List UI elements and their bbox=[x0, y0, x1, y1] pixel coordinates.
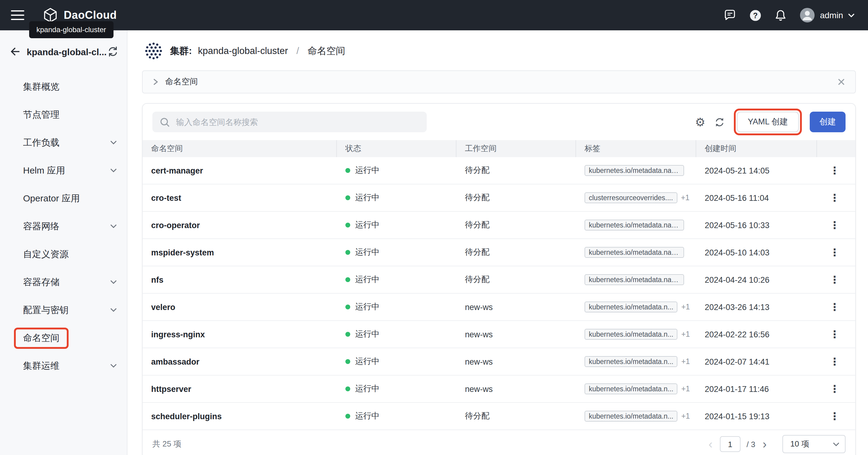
next-page-button[interactable]: › bbox=[762, 438, 768, 450]
row-actions-button[interactable]: ⋮ bbox=[827, 410, 842, 423]
row-actions-button[interactable]: ⋮ bbox=[827, 164, 842, 177]
refresh-button[interactable] bbox=[714, 117, 725, 127]
switch-cluster-icon[interactable] bbox=[107, 46, 118, 57]
namespace-name[interactable]: velero bbox=[151, 302, 176, 312]
table-row: velero 运行中 new-ws kubernetes.io/metadata… bbox=[143, 294, 855, 321]
workspace-text: new-ws bbox=[465, 302, 493, 312]
sidebar-item[interactable]: 配置与密钥 bbox=[0, 296, 127, 324]
chevron-right-icon bbox=[152, 78, 158, 86]
sidebar-item[interactable]: 集群概览 bbox=[0, 73, 127, 101]
sidebar-item[interactable]: 容器网络 bbox=[0, 212, 127, 240]
namespace-table-card: ⚙ YAML 创建 创建 bbox=[142, 103, 856, 455]
row-actions-button[interactable]: ⋮ bbox=[827, 383, 842, 395]
namespace-name[interactable]: nfs bbox=[151, 275, 163, 284]
row-actions-button[interactable]: ⋮ bbox=[827, 273, 842, 286]
workspace-text: 待分配 bbox=[465, 165, 490, 176]
row-actions-button[interactable]: ⋮ bbox=[827, 301, 842, 313]
page-size-select[interactable]: 10 项 bbox=[782, 435, 845, 453]
namespace-name[interactable]: scheduler-plugins bbox=[151, 412, 222, 421]
namespace-name[interactable]: httpserver bbox=[151, 384, 191, 393]
chevron-down-icon bbox=[110, 224, 117, 229]
create-button[interactable]: 创建 bbox=[810, 111, 845, 132]
sidebar-item[interactable]: 集群运维 bbox=[0, 352, 127, 380]
sidebar-item-label: 配置与密钥 bbox=[23, 304, 69, 316]
column-header-created: 创建时间 bbox=[696, 140, 817, 157]
page-input[interactable] bbox=[720, 436, 741, 452]
namespace-name[interactable]: cro-operator bbox=[151, 221, 200, 230]
sidebar-item-label: 集群概览 bbox=[23, 81, 60, 93]
chevron-down-icon bbox=[110, 307, 117, 313]
page-total: / 3 bbox=[747, 440, 755, 449]
sidebar-item-label: 节点管理 bbox=[23, 109, 60, 121]
created-time: 2024-01-15 19:13 bbox=[705, 412, 769, 421]
user-menu[interactable]: admin bbox=[799, 7, 855, 23]
label-extra: +1 bbox=[681, 385, 690, 393]
created-time: 2024-05-21 14:05 bbox=[705, 166, 769, 175]
label-chip: kubernetes.io/metadata.nam... bbox=[585, 220, 684, 231]
back-button[interactable] bbox=[10, 46, 21, 57]
cluster-name[interactable]: kpanda-global-cluster bbox=[198, 45, 288, 57]
sidebar-item[interactable]: 自定义资源 bbox=[0, 240, 127, 268]
sidebar-item[interactable]: 命名空间 bbox=[0, 324, 127, 352]
help-icon[interactable]: ? bbox=[749, 9, 762, 22]
namespace-name[interactable]: ambassador bbox=[151, 357, 199, 366]
created-time: 2024-01-17 11:46 bbox=[705, 384, 769, 393]
sidebar-item[interactable]: 工作负载 bbox=[0, 129, 127, 157]
status-text: 运行中 bbox=[355, 274, 380, 285]
row-actions-button[interactable]: ⋮ bbox=[827, 355, 842, 368]
table-row: nfs 运行中 待分配 kubernetes.io/metadata.nam..… bbox=[143, 266, 855, 294]
status-text: 运行中 bbox=[355, 411, 380, 422]
workspace-text: new-ws bbox=[465, 330, 493, 339]
label-extra: +1 bbox=[681, 412, 690, 420]
namespace-name[interactable]: mspider-system bbox=[151, 248, 214, 257]
namespace-name[interactable]: ingress-nginx bbox=[151, 330, 205, 339]
yaml-create-button[interactable]: YAML 创建 bbox=[737, 111, 799, 132]
username: admin bbox=[820, 10, 843, 20]
status-dot-icon bbox=[345, 386, 350, 391]
sidebar-item[interactable]: 容器存储 bbox=[0, 268, 127, 296]
namespace-name[interactable]: cert-manager bbox=[151, 166, 203, 175]
settings-gear-button[interactable]: ⚙ bbox=[695, 116, 705, 128]
chevron-down-icon bbox=[110, 363, 117, 368]
status-text: 运行中 bbox=[355, 192, 380, 203]
table-row: ambassador 运行中 new-ws kubernetes.io/meta… bbox=[143, 348, 855, 376]
brand-logo: DaoCloud bbox=[42, 7, 117, 23]
collapse-panel-header[interactable]: 命名空间 bbox=[142, 70, 856, 93]
table-row: cro-test 运行中 待分配 clusterresourceoverride… bbox=[143, 185, 855, 212]
workspace-text: new-ws bbox=[465, 357, 493, 366]
sidebar-item[interactable]: Helm 应用 bbox=[0, 157, 127, 185]
created-time: 2024-04-24 10:26 bbox=[705, 275, 769, 284]
row-actions-button[interactable]: ⋮ bbox=[827, 191, 842, 204]
notifications-bell-icon[interactable] bbox=[775, 9, 787, 22]
workspace-text: 待分配 bbox=[465, 192, 490, 203]
namespace-name[interactable]: cro-test bbox=[151, 193, 181, 202]
status-text: 运行中 bbox=[355, 301, 380, 313]
row-actions-button[interactable]: ⋮ bbox=[827, 246, 842, 259]
avatar bbox=[799, 7, 815, 23]
search-input[interactable] bbox=[175, 117, 420, 127]
status-text: 运行中 bbox=[355, 220, 380, 231]
tooltip: kpanda-global-cluster bbox=[29, 21, 113, 38]
chat-icon[interactable] bbox=[723, 9, 736, 21]
sidebar-item[interactable]: Operator 应用 bbox=[0, 185, 127, 212]
close-icon[interactable] bbox=[837, 78, 845, 86]
prev-page-button[interactable]: ‹ bbox=[707, 438, 714, 450]
hamburger-menu-button[interactable] bbox=[11, 10, 24, 20]
created-time: 2024-02-22 16:56 bbox=[705, 330, 769, 339]
label-chip: kubernetes.io/metadata.nam... bbox=[585, 247, 684, 258]
created-time: 2024-05-10 14:03 bbox=[705, 248, 769, 257]
label-chip: kubernetes.io/metadata.n... bbox=[585, 329, 678, 340]
status-dot-icon bbox=[345, 195, 350, 200]
sidebar-item-label: 自定义资源 bbox=[23, 249, 69, 260]
created-time: 2024-03-26 14:13 bbox=[705, 302, 769, 312]
row-actions-button[interactable]: ⋮ bbox=[827, 219, 842, 231]
label-chip: kubernetes.io/metadata.n... bbox=[585, 356, 678, 367]
row-actions-button[interactable]: ⋮ bbox=[827, 328, 842, 340]
table-header: 命名空间 状态 工作空间 标签 创建时间 bbox=[143, 140, 855, 157]
table-row: cert-manager 运行中 待分配 kubernetes.io/metad… bbox=[143, 157, 855, 185]
label-chip: kubernetes.io/metadata.n... bbox=[585, 411, 678, 422]
search-box bbox=[152, 111, 427, 132]
topbar-actions: ? admin bbox=[723, 7, 855, 23]
topbar: DaoCloud ? admin bbox=[0, 0, 868, 30]
sidebar-item[interactable]: 节点管理 bbox=[0, 101, 127, 129]
